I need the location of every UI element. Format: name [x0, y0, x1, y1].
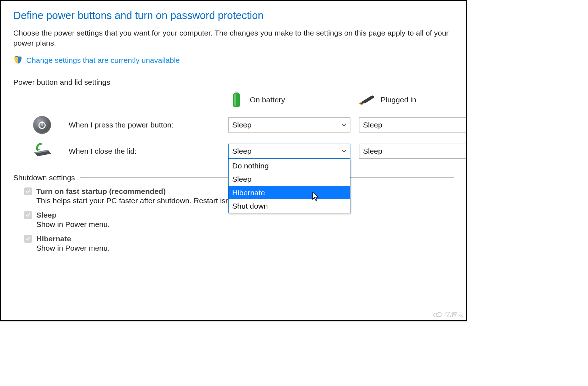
sleep-title: Sleep: [36, 211, 56, 219]
close-lid-icon: [32, 142, 52, 161]
intro-text: Choose the power settings that you want …: [13, 28, 454, 48]
dropdown-option[interactable]: Shut down: [229, 199, 350, 213]
cursor-icon: [312, 191, 319, 201]
power-lid-section-label: Power button and lid settings: [13, 78, 110, 87]
sleep-checkbox[interactable]: [24, 211, 32, 219]
column-header-plugged: Plugged in: [359, 92, 467, 108]
close-lid-battery-dropdown[interactable]: Do nothingSleepHibernateShut down: [228, 159, 350, 213]
svg-point-8: [436, 312, 442, 317]
power-button-icon: [33, 116, 51, 134]
close-lid-plugged-value: Sleep: [363, 147, 382, 155]
battery-icon: [228, 92, 245, 108]
page-title: Define power buttons and turn on passwor…: [13, 10, 454, 22]
close-lid-plugged-select[interactable]: Sleep: [359, 144, 467, 159]
shutdown-settings-label: Shutdown settings: [13, 173, 75, 182]
close-lid-battery-value: Sleep: [232, 147, 252, 155]
fast-startup-title: Turn on fast startup (recommended): [36, 187, 166, 196]
power-button-row-label: When I press the power button:: [69, 121, 220, 129]
power-lid-section-header: Power button and lid settings: [13, 78, 454, 87]
plug-icon: [359, 92, 376, 108]
power-button-battery-value: Sleep: [232, 121, 252, 129]
column-header-plugged-label: Plugged in: [381, 96, 416, 104]
column-header-battery-label: On battery: [250, 96, 285, 104]
watermark: 亿速云: [433, 310, 464, 319]
svg-rect-2: [234, 94, 236, 106]
hibernate-checkbox[interactable]: [24, 235, 32, 243]
chevron-down-icon: [341, 149, 346, 154]
hibernate-title: Hibernate: [36, 234, 71, 243]
change-unavailable-settings-link[interactable]: Change settings that are currently unava…: [26, 56, 180, 65]
hibernate-desc: Show in Power menu.: [36, 244, 454, 252]
power-button-plugged-select[interactable]: Sleep: [359, 117, 467, 132]
fast-startup-checkbox[interactable]: [24, 187, 32, 195]
hibernate-setting: Hibernate Show in Power menu.: [24, 234, 454, 252]
dropdown-option[interactable]: Do nothing: [229, 159, 350, 173]
chevron-down-icon: [341, 122, 346, 127]
power-button-battery-select[interactable]: Sleep: [228, 117, 350, 132]
close-lid-row-label: When I close the lid:: [69, 147, 220, 155]
power-button-plugged-value: Sleep: [363, 121, 382, 129]
shield-icon: [13, 55, 23, 66]
sleep-desc: Show in Power menu.: [36, 220, 454, 229]
sleep-setting: Sleep Show in Power menu.: [24, 211, 454, 229]
dropdown-option[interactable]: Sleep: [229, 172, 350, 186]
column-header-battery: On battery: [228, 92, 350, 108]
close-lid-battery-select[interactable]: Sleep Do nothingSleepHibernateShut down: [228, 144, 350, 159]
watermark-text: 亿速云: [445, 310, 464, 319]
dropdown-option[interactable]: Hibernate: [229, 186, 350, 200]
